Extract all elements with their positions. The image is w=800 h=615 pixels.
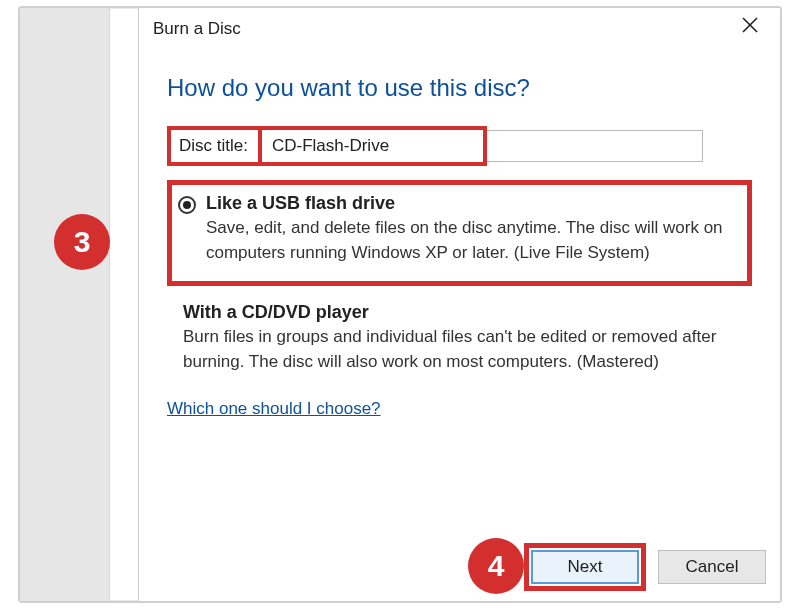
close-icon xyxy=(742,17,758,38)
radio-usb[interactable] xyxy=(178,196,196,214)
option-usb-title: Like a USB flash drive xyxy=(206,193,737,214)
option-usb-description: Save, edit, and delete files on the disc… xyxy=(206,216,737,265)
radio-option-usb[interactable]: Like a USB flash drive Save, edit, and d… xyxy=(178,193,737,265)
radio-option-cddvd[interactable]: With a CD/DVD player Burn files in group… xyxy=(167,302,752,374)
burn-disc-dialog: Burn a Disc How do you want to use this … xyxy=(138,8,780,601)
help-link[interactable]: Which one should I choose? xyxy=(167,399,381,419)
next-button[interactable]: Next xyxy=(531,550,639,584)
left-gutter xyxy=(20,8,110,601)
window-frame: Burn a Disc How do you want to use this … xyxy=(18,6,782,603)
option-cddvd-description: Burn files in groups and individual file… xyxy=(183,325,752,374)
titlebar: Burn a Disc xyxy=(139,8,780,50)
dialog-title: Burn a Disc xyxy=(153,19,241,39)
disc-title-input[interactable]: CD-Flash-Drive xyxy=(262,130,483,162)
disc-title-label: Disc title: xyxy=(171,130,262,162)
cancel-button[interactable]: Cancel xyxy=(658,550,766,584)
option-usb-highlight: Like a USB flash drive Save, edit, and d… xyxy=(167,180,752,286)
close-button[interactable] xyxy=(728,8,772,46)
dialog-heading: How do you want to use this disc? xyxy=(167,74,752,102)
annotation-badge-3: 3 xyxy=(54,214,110,270)
disc-title-highlight: Disc title: CD-Flash-Drive xyxy=(167,126,487,166)
disc-title-row: Disc title: CD-Flash-Drive xyxy=(167,126,752,166)
dialog-content: How do you want to use this disc? Disc t… xyxy=(139,50,780,419)
next-button-highlight: Next xyxy=(524,543,646,591)
annotation-badge-4: 4 xyxy=(468,538,524,594)
dialog-footer: Next Cancel xyxy=(524,543,760,591)
option-cddvd-title: With a CD/DVD player xyxy=(183,302,752,323)
